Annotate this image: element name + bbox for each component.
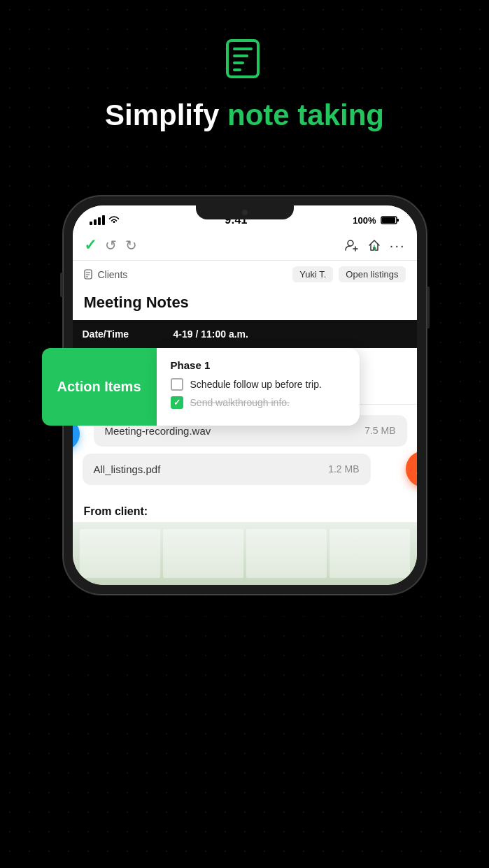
svg-rect-7 — [382, 217, 395, 223]
svg-rect-3 — [233, 62, 244, 64]
action-items-overlay: Action Items Phase 1 Schedule follow up … — [42, 348, 360, 426]
task-item-1: Schedule follow up before trip. — [171, 378, 346, 391]
window-pane-3 — [246, 529, 327, 578]
check-button[interactable]: ✓ — [84, 236, 97, 254]
tag-yuki[interactable]: Yuki T. — [292, 266, 333, 282]
datetime-label: Date/Time — [73, 320, 164, 348]
note-title: Meeting Notes — [73, 288, 417, 320]
task-1-text: Schedule follow up before trip. — [190, 379, 322, 390]
power-button — [427, 287, 430, 328]
action-items-text: Action Items — [57, 379, 141, 395]
pdf-filesize: 1.2 MB — [328, 463, 359, 475]
task-2-checkbox[interactable]: ✓ — [171, 396, 183, 409]
window-pane-4 — [329, 529, 410, 578]
signal-bar-2 — [94, 219, 97, 225]
camera — [242, 210, 248, 215]
svg-rect-6 — [397, 219, 399, 222]
task-1-checkbox[interactable] — [171, 378, 183, 391]
signal-bar-3 — [98, 217, 101, 225]
svg-rect-0 — [227, 41, 258, 77]
pdf-file-row: All_listings.pdf 1.2 MB — [83, 451, 407, 487]
battery-icon — [381, 215, 400, 225]
status-left — [90, 215, 120, 225]
breadcrumb-tags: Yuki T. Open listings — [292, 266, 405, 282]
phase-label: Phase 1 — [171, 359, 346, 371]
undo-button[interactable]: ↺ — [105, 237, 117, 254]
signature-icon — [414, 459, 417, 479]
svg-rect-1 — [233, 48, 253, 50]
task-2-text: Send walkthrough info. — [190, 397, 290, 408]
action-items-content: Phase 1 Schedule follow up before trip. … — [157, 348, 360, 426]
svg-rect-4 — [233, 68, 241, 71]
signal-bar-4 — [102, 215, 105, 225]
action-items-label-box: Action Items — [42, 348, 157, 426]
toolbar: ✓ ↺ ↻ ··· — [73, 231, 417, 261]
svg-point-8 — [348, 240, 353, 246]
breadcrumb-label: Clients — [98, 269, 128, 280]
headline: Simplify note taking — [105, 98, 384, 133]
phone-notch — [196, 205, 294, 219]
top-section: Simplify note taking — [0, 0, 489, 133]
headline-part2: note taking — [227, 99, 384, 131]
phone-frame: 9:41 100% ✓ ↺ ↻ — [63, 196, 427, 595]
sign-button[interactable] — [406, 451, 417, 487]
breadcrumb: Clients Yuki T. Open listings — [73, 261, 417, 288]
add-person-button[interactable] — [345, 238, 359, 252]
window-lines — [73, 522, 417, 585]
more-button[interactable]: ··· — [390, 238, 406, 254]
datetime-value: 4-19 / 11:00 a.m. — [164, 320, 417, 348]
from-client-label: From client: — [73, 497, 417, 522]
pdf-filename: All_listings.pdf — [94, 463, 320, 475]
breadcrumb-path: Clients — [84, 269, 128, 280]
battery-percent: 100% — [353, 215, 376, 226]
signal-icon — [90, 215, 105, 225]
svg-rect-2 — [233, 55, 248, 57]
sign-button-container — [378, 451, 414, 487]
signal-bar-1 — [90, 222, 92, 225]
document-icon — [84, 269, 94, 280]
add-home-button[interactable] — [367, 238, 381, 252]
audio-filesize: 7.5 MB — [364, 425, 395, 436]
task-item-2: ✓ Send walkthrough info. — [171, 396, 346, 409]
app-icon — [220, 35, 269, 84]
tag-open-listings[interactable]: Open listings — [339, 266, 405, 282]
table-header-row: Date/Time 4-19 / 11:00 a.m. — [73, 320, 417, 348]
audio-filename: Meeting-recording.wav — [105, 425, 357, 437]
window-pane-2 — [163, 529, 243, 578]
pdf-file-item: All_listings.pdf 1.2 MB — [83, 454, 371, 485]
status-right: 100% — [353, 215, 399, 226]
client-image — [73, 522, 417, 585]
volume-button — [60, 273, 63, 297]
wifi-icon — [108, 216, 120, 224]
window-pane-1 — [80, 529, 160, 578]
redo-button[interactable]: ↻ — [125, 237, 137, 254]
headline-part1: Simplify — [105, 99, 227, 131]
